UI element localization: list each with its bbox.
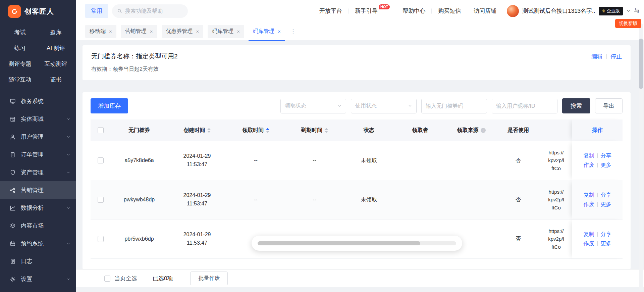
cell-actions: 复制分享 作废更多 xyxy=(572,180,623,219)
cell-source xyxy=(446,141,496,180)
tab-label: 优惠券管理 xyxy=(166,28,193,35)
sidebar-item-booking-system[interactable]: 预约系统 xyxy=(0,235,76,252)
horizontal-scrollbar-track[interactable] xyxy=(258,241,456,245)
sidebar-item-interactive-assessment[interactable]: 互动测评 xyxy=(38,56,74,72)
sidebar-item-assessment-topic[interactable]: 测评专题 xyxy=(2,56,38,72)
batch-invalidate-button[interactable]: 批量作废 xyxy=(190,272,228,285)
coupon-info-card: 无门槛券名称：指定类型可用2 有效期：领券当日起2天有效 编辑 停止 xyxy=(83,45,631,80)
tab-coupon-management[interactable]: 优惠券管理× xyxy=(162,25,204,38)
cell-received: -- xyxy=(226,141,285,180)
clipped-edge-text: 与 xyxy=(634,7,639,14)
global-search[interactable] xyxy=(112,4,188,18)
close-icon[interactable]: × xyxy=(278,29,281,34)
invalidate-link[interactable]: 作废 xyxy=(584,162,594,169)
blackboard-icon xyxy=(9,98,16,105)
divider xyxy=(606,54,607,59)
sidebar-item-order-management[interactable]: 订单管理 xyxy=(0,146,76,163)
account-menu[interactable]: 测试测试后台接口1313名字... ♛ 企业版 xyxy=(507,5,631,17)
vertical-scrollbar-thumb[interactable] xyxy=(639,39,643,89)
chevron-down-icon[interactable] xyxy=(626,9,631,13)
menu-label: 日志 xyxy=(21,257,32,265)
sidebar-item-marketing-management[interactable]: 营销管理 xyxy=(0,181,76,199)
share-link[interactable]: 分享 xyxy=(601,231,611,238)
add-stock-button[interactable]: 增加库存 xyxy=(91,98,128,113)
switch-new-version-badge[interactable]: 切换新版 xyxy=(615,19,641,28)
copy-link[interactable]: 复制 xyxy=(584,231,594,238)
search-input[interactable] xyxy=(125,8,183,14)
col-receiver: 领取者 xyxy=(394,119,446,141)
more-link[interactable]: 更多 xyxy=(601,240,611,247)
cell-code: pbr5wxb6dp xyxy=(111,220,168,258)
tab-label: 移动端 xyxy=(90,28,106,35)
stop-link[interactable]: 停止 xyxy=(610,53,622,60)
nav-open-platform[interactable]: 开放平台 xyxy=(313,7,348,15)
horizontal-scrollbar-thumb[interactable] xyxy=(258,241,420,245)
copy-link[interactable]: 复制 xyxy=(584,152,594,159)
copy-link[interactable]: 复制 xyxy=(584,192,594,199)
invalidate-link[interactable]: 作废 xyxy=(584,240,594,247)
quick-access-button[interactable]: 常用 xyxy=(85,4,108,18)
sidebar-item-education-system[interactable]: 教务系统 xyxy=(0,92,76,110)
sidebar-item-exam[interactable]: 考试 xyxy=(2,25,38,40)
share-link[interactable]: 分享 xyxy=(601,152,611,159)
use-status-select[interactable]: 使用状态 xyxy=(351,99,417,113)
tab-more-icon[interactable]: ⋮ xyxy=(290,28,297,35)
tab-mobile[interactable]: 移动端× xyxy=(85,25,116,38)
coupon-code-input[interactable] xyxy=(421,99,487,113)
row-checkbox[interactable] xyxy=(98,157,104,163)
marketing-share-icon xyxy=(9,187,16,194)
sidebar-item-question-bank[interactable]: 题库 xyxy=(38,25,74,40)
sidebar-item-certificate[interactable]: 证书 xyxy=(38,72,74,88)
sidebar-item-user-management[interactable]: 用户管理 xyxy=(0,128,76,146)
brand-logo[interactable]: 创客匠人 xyxy=(0,0,76,22)
sidebar-item-physical-store[interactable]: 实体商城 xyxy=(0,110,76,128)
tab-marketing-management[interactable]: 营销管理× xyxy=(121,25,157,38)
col-used: 是否使用 xyxy=(496,119,540,141)
tab-code-library-active[interactable]: 码库管理× xyxy=(249,25,285,38)
nav-buy-sms[interactable]: 购买短信 xyxy=(432,7,467,15)
sidebar-item-data-analysis[interactable]: 数据分析 xyxy=(0,199,76,217)
select-all-checkbox[interactable] xyxy=(98,127,104,133)
user-nickname-input[interactable] xyxy=(492,99,557,113)
sidebar-item-logs[interactable]: 日志 xyxy=(0,252,76,270)
sort-expired-icon[interactable] xyxy=(325,128,328,133)
nav-visit-store[interactable]: 访问店铺 xyxy=(467,7,503,15)
close-icon[interactable]: × xyxy=(237,29,240,34)
more-link[interactable]: 更多 xyxy=(601,162,611,169)
tab-code-library[interactable]: 码库管理× xyxy=(208,25,244,38)
export-button[interactable]: 导出 xyxy=(595,98,623,113)
sort-received-icon[interactable] xyxy=(266,128,269,133)
close-icon[interactable]: × xyxy=(150,29,153,34)
sidebar-item-asset-management[interactable]: 资产管理 xyxy=(0,163,76,181)
search-button[interactable]: 搜索 xyxy=(562,98,590,113)
edit-link[interactable]: 编辑 xyxy=(591,53,603,60)
sidebar-menu: 教务系统 实体商城 用户管理 订单管理 资产管理 营销管理 数据分析 xyxy=(0,92,76,288)
sidebar-item-ai-assessment[interactable]: AI 测评 xyxy=(38,40,74,56)
chevron-down-icon xyxy=(337,104,342,108)
chevron-down-icon xyxy=(66,277,70,281)
receive-status-select[interactable]: 领取状态 xyxy=(280,99,346,113)
col-created: 创建时间 xyxy=(168,119,226,141)
select-page-checkbox[interactable] xyxy=(104,276,110,282)
col-label: 创建时间 xyxy=(184,127,205,134)
sidebar-item-classroom-interaction[interactable]: 随堂互动 xyxy=(2,72,38,88)
more-link[interactable]: 更多 xyxy=(601,201,611,208)
nav-help-center[interactable]: 帮助中心 xyxy=(396,7,432,15)
horizontal-scrollbar[interactable] xyxy=(252,236,462,251)
coupon-validity: 有效期：领券当日起2天有效 xyxy=(91,66,622,73)
invalidate-link[interactable]: 作废 xyxy=(584,201,594,208)
nav-beginner-guide[interactable]: 新手引导HOT xyxy=(348,7,396,15)
sidebar-item-content-market[interactable]: 内容市场 xyxy=(0,217,76,235)
coupon-actions: 编辑 停止 xyxy=(591,53,622,60)
row-checkbox[interactable] xyxy=(98,236,104,242)
close-icon[interactable]: × xyxy=(109,29,112,34)
sidebar-item-practice[interactable]: 练习 xyxy=(2,40,38,56)
share-link[interactable]: 分享 xyxy=(601,192,611,199)
sort-created-icon[interactable] xyxy=(207,128,211,133)
row-checkbox[interactable] xyxy=(98,197,104,203)
sidebar-item-settings[interactable]: 设置 xyxy=(0,270,76,288)
hot-badge: HOT xyxy=(379,4,390,9)
info-icon[interactable]: i xyxy=(481,128,486,133)
vertical-scrollbar[interactable] xyxy=(639,23,643,291)
close-icon[interactable]: × xyxy=(196,29,199,34)
